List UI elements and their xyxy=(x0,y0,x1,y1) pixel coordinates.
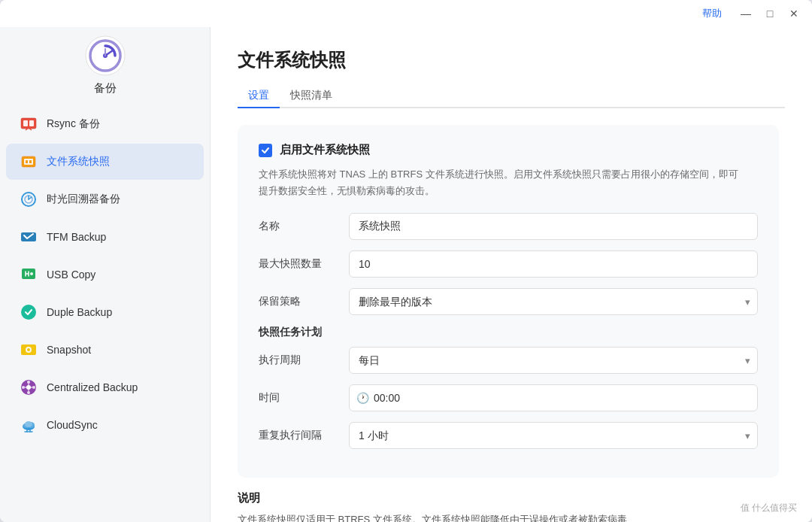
label-name: 名称 xyxy=(259,220,349,233)
sidebar-item-filesystem-snapshot[interactable]: 文件系统快照 xyxy=(6,144,204,180)
svg-point-18 xyxy=(30,272,33,275)
sidebar-item-usb-label: USB Copy xyxy=(47,269,95,281)
svg-point-27 xyxy=(27,381,30,384)
schedule-heading: 快照任务计划 xyxy=(259,326,758,339)
tfm-backup-icon xyxy=(18,226,39,247)
title-bar-controls: — □ ✕ xyxy=(740,8,800,20)
time-input-wrapper: 🕐 xyxy=(349,384,758,411)
input-name[interactable] xyxy=(349,213,758,240)
select-interval[interactable]: 1 小时 2 小时 4 小时 6 小时 12 小时 xyxy=(349,422,758,449)
restore-button[interactable]: □ xyxy=(764,8,776,20)
filesystem-snapshot-icon xyxy=(18,151,39,172)
svg-rect-11 xyxy=(29,160,32,163)
sidebar-item-rsync-label: Rsync 备份 xyxy=(47,117,100,131)
select-wrapper-retention: 删除最早的版本 删除最旧的版本 ▾ xyxy=(349,288,758,315)
time-machine-icon xyxy=(18,189,39,210)
minimize-button[interactable]: — xyxy=(740,8,752,20)
sidebar-item-cloudsync-label: CloudSync xyxy=(47,419,98,431)
tabs-bar: 设置 快照清单 xyxy=(238,84,785,108)
tab-snapshot-list[interactable]: 快照清单 xyxy=(280,84,343,108)
main-layout: 备份 Rsync 备份 文件系统快照 xyxy=(0,27,812,522)
page-title: 文件系统快照 xyxy=(238,48,785,72)
enable-checkbox-row: 启用文件系统快照 xyxy=(259,143,758,157)
tab-settings[interactable]: 设置 xyxy=(238,84,280,108)
help-link[interactable]: 帮助 xyxy=(702,7,722,20)
select-wrapper-period: 每日 每周 每月 ▾ xyxy=(349,347,758,374)
input-time[interactable] xyxy=(349,384,758,411)
svg-point-28 xyxy=(27,391,30,394)
sidebar-item-snapshot[interactable]: Snapshot xyxy=(6,332,204,368)
form-row-name: 名称 xyxy=(259,213,758,240)
enable-checkbox[interactable] xyxy=(259,144,272,157)
snapshot-icon xyxy=(18,339,39,360)
app-logo xyxy=(84,35,126,77)
close-button[interactable]: ✕ xyxy=(788,8,800,20)
sidebar-item-snapshot-label: Snapshot xyxy=(47,344,91,356)
title-bar: 帮助 — □ ✕ xyxy=(0,0,812,27)
settings-form-panel: 启用文件系统快照 文件系统快照将对 TNAS 上的 BTRFS 文件系统进行快照… xyxy=(238,125,779,478)
select-period[interactable]: 每日 每周 每月 xyxy=(349,347,758,374)
select-retention[interactable]: 删除最早的版本 删除最旧的版本 xyxy=(349,288,758,315)
notes-title: 说明 xyxy=(238,491,779,505)
form-row-retention: 保留策略 删除最早的版本 删除最旧的版本 ▾ xyxy=(259,288,758,315)
sidebar-item-duple-label: Duple Backup xyxy=(47,306,112,318)
clock-icon: 🕐 xyxy=(356,392,369,404)
duple-backup-icon xyxy=(18,302,39,323)
sidebar-app-title: 备份 xyxy=(94,81,117,96)
sidebar-item-rsync[interactable]: Rsync 备份 xyxy=(6,106,204,142)
label-interval: 重复执行间隔 xyxy=(259,429,349,442)
input-max-count[interactable] xyxy=(349,250,758,278)
svg-rect-10 xyxy=(26,160,28,163)
label-max-count: 最大快照数量 xyxy=(259,257,349,271)
svg-point-26 xyxy=(32,386,35,389)
sidebar-item-cloudsync[interactable]: CloudSync xyxy=(6,407,204,443)
app-window: 帮助 — □ ✕ 备份 xyxy=(0,0,812,522)
svg-rect-9 xyxy=(24,159,33,165)
label-retention: 保留策略 xyxy=(259,295,349,308)
svg-rect-6 xyxy=(23,120,28,126)
svg-point-22 xyxy=(27,348,30,351)
svg-point-36 xyxy=(25,421,32,427)
form-row-time: 时间 🕐 xyxy=(259,384,758,411)
svg-point-19 xyxy=(21,305,36,320)
sidebar: 备份 Rsync 备份 文件系统快照 xyxy=(0,27,211,522)
svg-point-25 xyxy=(22,386,25,389)
label-time: 时间 xyxy=(259,391,349,405)
sidebar-item-duple-backup[interactable]: Duple Backup xyxy=(6,294,204,330)
form-row-max-count: 最大快照数量 xyxy=(259,250,758,278)
form-row-period: 执行周期 每日 每周 每月 ▾ xyxy=(259,347,758,374)
cloudsync-icon xyxy=(18,414,39,436)
centralized-backup-icon xyxy=(18,377,39,398)
label-period: 执行周期 xyxy=(259,354,349,367)
svg-point-24 xyxy=(26,385,31,390)
rsync-icon xyxy=(18,114,39,135)
sidebar-item-usb-copy[interactable]: USB Copy xyxy=(6,256,204,293)
sidebar-item-tfm-label: TFM Backup xyxy=(47,231,106,243)
form-description: 文件系统快照将对 TNAS 上的 BTRFS 文件系统进行快照。启用文件系统快照… xyxy=(259,166,747,199)
content-area: 文件系统快照 设置 快照清单 启用文件系统快照 文件系统快照将对 TNAS 上的… xyxy=(211,27,812,522)
sidebar-item-time-machine[interactable]: 时光回溯器备份 xyxy=(6,181,204,217)
sidebar-item-centralized-label: Centralized Backup xyxy=(47,381,138,393)
sidebar-items-list: Rsync 备份 文件系统快照 时光回溯器备份 xyxy=(0,106,210,445)
form-row-interval: 重复执行间隔 1 小时 2 小时 4 小时 6 小时 12 小时 ▾ xyxy=(259,422,758,449)
svg-rect-7 xyxy=(29,120,34,126)
notes-text: 文件系统快照仅适用于 BTRFS 文件系统。文件系统快照能降低由于误操作或者被勒… xyxy=(238,511,779,522)
sidebar-item-centralized-backup[interactable]: Centralized Backup xyxy=(6,369,204,405)
select-wrapper-interval: 1 小时 2 小时 4 小时 6 小时 12 小时 ▾ xyxy=(349,422,758,449)
sidebar-item-time-machine-label: 时光回溯器备份 xyxy=(47,193,120,206)
notes-section: 说明 文件系统快照仅适用于 BTRFS 文件系统。文件系统快照能降低由于误操作或… xyxy=(238,491,779,522)
enable-checkbox-label: 启用文件系统快照 xyxy=(280,143,370,157)
usb-copy-icon xyxy=(18,264,39,285)
sidebar-item-filesystem-label: 文件系统快照 xyxy=(47,155,110,168)
sidebar-item-tfm-backup[interactable]: TFM Backup xyxy=(6,219,204,255)
